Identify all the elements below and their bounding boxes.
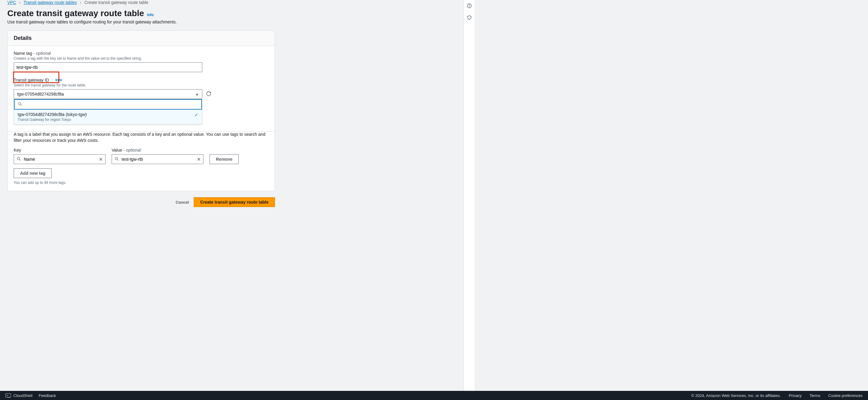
tgw-dropdown-search[interactable] [14, 99, 202, 110]
add-tag-button[interactable]: Add new tag [14, 168, 52, 178]
page-description: Use transit gateway route tables to conf… [7, 20, 456, 24]
tags-description: A tag is a label that you assign to an A… [14, 132, 269, 143]
copyright-text: © 2024, Amazon Web Services, Inc. or its… [691, 393, 781, 398]
refresh-button[interactable] [206, 91, 211, 97]
clear-icon[interactable]: ✕ [99, 156, 103, 162]
info-icon[interactable] [467, 3, 472, 9]
search-icon [114, 156, 119, 162]
tgw-info-link[interactable]: Info [55, 78, 62, 82]
svg-point-8 [469, 5, 470, 5]
option-label: tgw-07054d8274298cf8a (tokyo-tgw) [18, 112, 87, 117]
tag-key-input[interactable] [24, 157, 96, 162]
create-button[interactable]: Create transit gateway route table [194, 197, 275, 207]
name-tag-input[interactable] [14, 62, 202, 72]
check-icon: ✓ [194, 112, 198, 118]
tgw-selected-value: tgw-07054d8274298cf8a [17, 92, 64, 96]
remove-tag-button[interactable]: Remove [210, 154, 239, 164]
svg-point-4 [115, 157, 118, 160]
tag-value-input-wrap[interactable]: ✕ [112, 154, 204, 164]
name-tag-hint: Creates a tag with the key set to Name a… [14, 56, 269, 61]
security-icon[interactable] [467, 15, 472, 21]
svg-point-2 [17, 157, 20, 160]
tgw-dropdown: tgw-07054d8274298cf8a (tokyo-tgw) Transi… [14, 99, 202, 124]
feedback-link[interactable]: Feedback [39, 393, 56, 398]
svg-line-1 [21, 105, 22, 106]
cloudshell-icon: >_ [5, 393, 11, 398]
svg-line-3 [20, 160, 20, 161]
breadcrumb-current: Create transit gateway route table [85, 0, 148, 5]
chevron-right-icon: › [19, 0, 21, 5]
tag-key-label: Key [14, 148, 105, 152]
privacy-link[interactable]: Privacy [788, 393, 802, 398]
breadcrumb-route-tables[interactable]: Transit gateway route tables [23, 0, 76, 5]
tag-limit-text: You can add up to 49 more tags. [14, 180, 269, 185]
right-rail [464, 0, 474, 391]
details-panel: Details Name tag - optional Creates a ta… [7, 30, 275, 132]
details-header: Details [8, 31, 275, 46]
search-icon [17, 156, 21, 162]
footer: >_ CloudShell Feedback © 2024, Amazon We… [0, 391, 868, 400]
breadcrumb-vpc[interactable]: VPC [7, 0, 16, 5]
svg-line-5 [117, 160, 118, 161]
tgw-id-hint: Select the transit gateway for the route… [14, 83, 269, 87]
tags-panel: A tag is a label that you assign to an A… [7, 132, 275, 191]
divider [52, 78, 52, 82]
cloudshell-button[interactable]: >_ CloudShell [5, 393, 33, 398]
name-tag-label: Name tag - optional [14, 51, 269, 56]
terms-link[interactable]: Terms [810, 393, 820, 398]
tgw-id-label: Transit gateway ID [14, 78, 49, 83]
form-actions: Cancel Create transit gateway route tabl… [7, 197, 275, 207]
cookie-preferences-link[interactable]: Cookie preferences [828, 393, 863, 398]
svg-point-0 [19, 102, 21, 105]
tag-key-input-wrap[interactable]: ✕ [14, 154, 105, 164]
search-icon [18, 102, 23, 108]
caret-up-icon: ▲ [195, 92, 199, 96]
page-title: Create transit gateway route table [7, 8, 144, 18]
info-link[interactable]: Info [147, 13, 154, 17]
breadcrumb: VPC › Transit gateway route tables › Cre… [7, 0, 456, 6]
tgw-dropdown-search-input[interactable] [25, 102, 198, 107]
tgw-dropdown-option[interactable]: tgw-07054d8274298cf8a (tokyo-tgw) Transi… [14, 110, 202, 124]
option-description: Transit Gateway for region Tokyo [18, 117, 87, 122]
tag-value-input[interactable] [122, 157, 194, 162]
tag-value-label: Value - optional [112, 148, 204, 152]
tgw-select[interactable]: tgw-07054d8274298cf8a ▲ [14, 89, 202, 99]
cancel-button[interactable]: Cancel [176, 200, 189, 205]
clear-icon[interactable]: ✕ [197, 156, 201, 162]
svg-marker-9 [467, 16, 471, 20]
chevron-right-icon: › [80, 0, 82, 5]
